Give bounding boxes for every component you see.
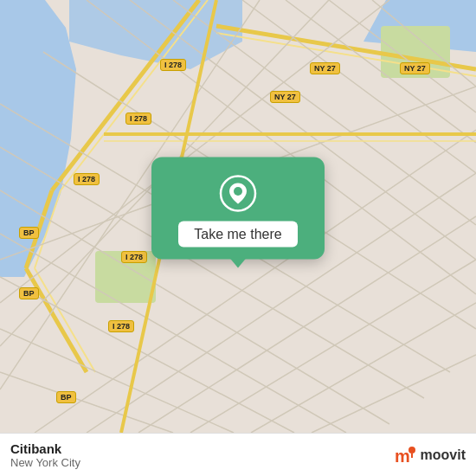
location-pin-icon <box>219 175 257 213</box>
road-badge-bp-2: BP <box>19 287 39 299</box>
road-badge-ny27-3: NY 27 <box>400 62 430 74</box>
road-badge-bp-3: BP <box>56 391 76 403</box>
road-badge-i278-5: I 278 <box>108 320 134 332</box>
moovit-icon: m <box>393 443 417 467</box>
svg-line-22 <box>0 372 173 433</box>
svg-line-12 <box>329 0 476 113</box>
road-badge-bp-1: BP <box>19 227 39 239</box>
svg-line-32 <box>312 355 476 433</box>
moovit-label: moovit <box>421 447 466 463</box>
location-name: Citibank <box>10 441 80 456</box>
road-badge-i278-3: I 278 <box>74 173 100 185</box>
location-info: Citibank New York City <box>10 441 80 469</box>
svg-point-37 <box>234 187 242 196</box>
map-container: I 278 I 278 I 278 I 278 I 278 NY 27 NY 2… <box>0 0 476 433</box>
svg-point-40 <box>408 447 415 453</box>
road-badge-i278-1: I 278 <box>160 59 186 71</box>
svg-line-21 <box>0 329 234 433</box>
location-city: New York City <box>10 456 80 469</box>
svg-line-6 <box>216 26 476 69</box>
moovit-logo: m moovit <box>393 443 466 467</box>
popup-card[interactable]: Take me there <box>151 158 325 260</box>
road-badge-i278-4: I 278 <box>121 251 147 263</box>
take-me-there-button[interactable]: Take me there <box>178 222 297 248</box>
svg-line-4 <box>26 268 87 372</box>
road-badge-ny27-1: NY 27 <box>310 62 340 74</box>
svg-text:m: m <box>395 447 410 466</box>
road-badge-i278-2: I 278 <box>125 113 151 125</box>
bottom-bar: Citibank New York City m moovit <box>0 433 476 476</box>
road-badge-ny27-2: NY 27 <box>270 91 300 103</box>
